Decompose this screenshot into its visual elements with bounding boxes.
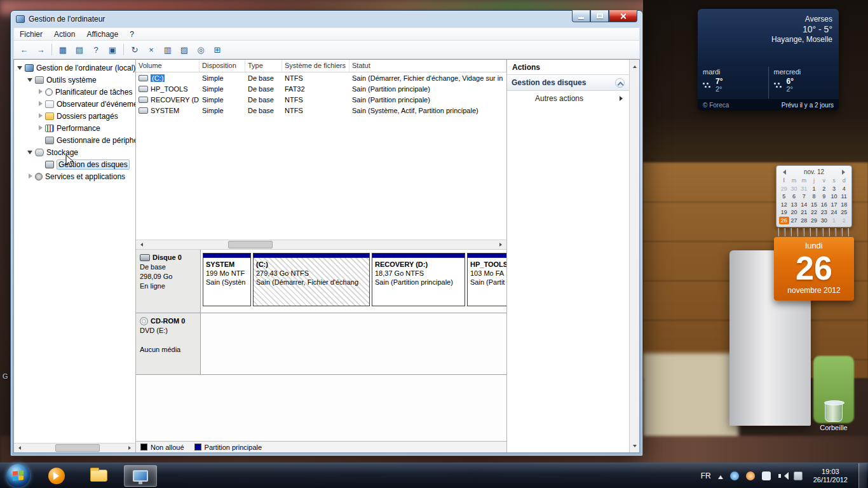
delete-button[interactable]: × — [144, 43, 159, 57]
calendar-day[interactable]: 15 — [809, 201, 819, 209]
back-button[interactable]: ← — [17, 43, 32, 57]
column-statut[interactable]: Statut — [349, 60, 506, 72]
expander-icon[interactable] — [27, 76, 34, 83]
volume-row-system[interactable]: SYSTEM Simple De base NTFS Sain (Système… — [136, 105, 506, 116]
calendar-day[interactable]: 14 — [799, 201, 809, 209]
expander-icon[interactable] — [37, 100, 44, 107]
calendar-day[interactable]: 25 — [839, 208, 849, 217]
refresh-button[interactable]: ↻ — [127, 43, 142, 57]
vertical-scrollbar[interactable] — [629, 60, 639, 452]
menu-help[interactable]: ? — [124, 29, 140, 40]
calendar-day[interactable]: 1 — [809, 185, 819, 193]
scrollbar-thumb[interactable] — [55, 444, 100, 452]
partition-system[interactable]: SYSTEM 199 Mo NTF Sain (Systèn — [203, 253, 251, 306]
scroll-left-icon[interactable] — [136, 240, 146, 249]
calendar-day[interactable]: 22 — [809, 208, 819, 217]
calendar-day[interactable]: 29 — [779, 185, 789, 193]
calendar-day[interactable]: 24 — [829, 208, 839, 217]
calendar-prev-icon[interactable] — [780, 170, 786, 175]
calendar-next-icon[interactable] — [842, 170, 848, 175]
language-indicator[interactable]: FR — [701, 471, 711, 480]
calendar-day-page[interactable]: lundi 26 novembre 2012 — [774, 237, 854, 301]
menu-affichage[interactable]: Affichage — [81, 29, 124, 40]
calendar-day[interactable]: 21 — [799, 208, 809, 217]
volume-row-recovery[interactable]: RECOVERY (D:) Simple De base NTFS Sain (… — [136, 94, 506, 105]
tree-item-gestionnaire-peripheriques[interactable]: Gestionnaire de périphé — [14, 134, 135, 146]
calendar-gadget[interactable]: nov. 12 l m m j v s d 29 30 31 1 2 3 4 5… — [774, 165, 854, 301]
title-bar[interactable]: Gestion de l'ordinateur — [13, 11, 640, 27]
collapse-chevron-icon[interactable] — [615, 78, 625, 88]
forecast-day-1[interactable]: mardi 7° 2° — [698, 67, 768, 98]
tree-item-observateur[interactable]: Observateur d'événeme — [14, 98, 135, 110]
tree-item-services-applications[interactable]: Services et applications — [14, 170, 135, 182]
calendar-day[interactable]: 8 — [809, 193, 819, 201]
volume-row-c[interactable]: (C:) Simple De base NTFS Sain (Démarrer,… — [136, 72, 506, 83]
network-icon[interactable] — [794, 471, 803, 480]
taskbar-clock[interactable]: 19:03 26/11/2012 — [810, 468, 851, 484]
calendar-day[interactable]: 7 — [799, 193, 809, 201]
column-volume[interactable]: Volume — [136, 60, 200, 72]
search-button[interactable]: ◎ — [193, 43, 208, 57]
properties-button[interactable]: ▥ — [160, 43, 175, 57]
calendar-day[interactable]: 10 — [829, 193, 839, 201]
calendar-day[interactable]: 12 — [779, 201, 789, 209]
scroll-down-icon[interactable] — [630, 442, 639, 451]
calendar-day[interactable]: 1 — [829, 217, 839, 225]
scroll-right-icon[interactable] — [126, 444, 135, 452]
cdrom-info[interactable]: CD-ROM 0 DVD (E:) Aucun média — [136, 313, 201, 374]
taskbar-computer-management-button[interactable] — [124, 465, 157, 487]
calendar-day[interactable]: 23 — [819, 208, 829, 217]
calendar-day[interactable]: 5 — [779, 193, 789, 201]
partition-recovery[interactable]: RECOVERY (D:) 18,37 Go NTFS Sain (Partit… — [372, 253, 465, 306]
calendar-day[interactable]: 19 — [779, 208, 789, 217]
taskbar-explorer-button[interactable] — [82, 465, 115, 487]
tree-item-performance[interactable]: Performance — [14, 122, 135, 134]
show-hidden-icons-icon[interactable] — [718, 473, 723, 479]
calendar-day[interactable]: 31 — [799, 185, 809, 193]
expander-icon[interactable] — [27, 149, 34, 156]
scrollbar-thumb[interactable] — [228, 241, 273, 248]
calendar-day-selected[interactable]: 26 — [779, 217, 789, 225]
expander-icon[interactable] — [37, 88, 44, 95]
partition-hp-tools[interactable]: HP_TOOLS 103 Mo FA Sain (Partit — [467, 253, 506, 306]
recycle-bin[interactable]: Corbeille — [817, 402, 850, 431]
calendar-day[interactable]: 2 — [839, 217, 849, 225]
maximize-button[interactable] — [590, 10, 609, 22]
open-button[interactable]: ▨ — [177, 43, 192, 57]
tree-horizontal-scrollbar[interactable] — [14, 443, 135, 452]
calendar-day[interactable]: 28 — [799, 217, 809, 225]
calendar-day[interactable]: 30 — [819, 217, 829, 225]
column-filesystem[interactable]: Système de fichiers — [282, 60, 349, 72]
expander-icon[interactable] — [17, 64, 24, 71]
menu-action[interactable]: Action — [48, 29, 81, 40]
tree-item-planificateur[interactable]: Planificateur de tâches — [14, 86, 135, 98]
tray-usb-icon[interactable] — [762, 471, 771, 480]
actions-group-header[interactable]: Gestion des disques — [507, 75, 629, 91]
calendar-day[interactable]: 18 — [839, 201, 849, 209]
taskbar-media-player-button[interactable] — [40, 465, 73, 487]
calendar-day[interactable]: 30 — [789, 185, 799, 193]
column-disposition[interactable]: Disposition — [200, 60, 245, 72]
calendar-day[interactable]: 16 — [819, 201, 829, 209]
start-button[interactable] — [6, 464, 30, 487]
minimize-button[interactable] — [572, 10, 590, 22]
tree-item-outils-systeme[interactable]: Outils système — [14, 74, 135, 86]
scroll-left-icon[interactable] — [14, 444, 24, 452]
scroll-right-icon[interactable] — [497, 240, 506, 249]
tray-updates-icon[interactable] — [746, 471, 755, 480]
menu-fichier[interactable]: Fichier — [14, 29, 48, 40]
help-button[interactable]: ? — [88, 43, 104, 57]
show-desktop-button[interactable] — [858, 463, 867, 488]
show-actions-pane-button[interactable]: ▣ — [105, 43, 120, 57]
expander-icon[interactable] — [27, 173, 34, 180]
calendar-day[interactable]: 27 — [789, 217, 799, 225]
calendar-day[interactable]: 20 — [789, 208, 799, 217]
calendar-day[interactable]: 11 — [839, 193, 849, 201]
calendar-day[interactable]: 4 — [839, 185, 849, 193]
show-console-tree-button[interactable]: ▦ — [55, 43, 71, 57]
calendar-day[interactable]: 17 — [829, 201, 839, 209]
column-type[interactable]: Type — [245, 60, 282, 72]
calendar-day[interactable]: 2 — [819, 185, 829, 193]
layout-button[interactable]: ⊞ — [210, 43, 225, 57]
calendar-day[interactable]: 3 — [829, 185, 839, 193]
